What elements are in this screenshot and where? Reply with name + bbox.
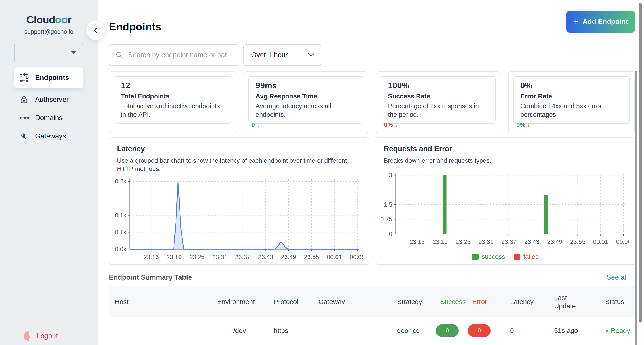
logout-label: Logout	[37, 332, 58, 340]
svg-text:23:55: 23:55	[304, 254, 319, 260]
lock-icon	[19, 95, 29, 105]
table-heading: Endpoint Summary Table	[109, 273, 192, 281]
endpoints-icon	[19, 73, 29, 83]
cell-environment: /dev	[211, 326, 268, 335]
legend-item-success: success	[472, 253, 505, 260]
sidebar-item-gateways[interactable]: Gateways	[14, 127, 83, 145]
plus-icon: +	[573, 18, 578, 26]
time-range-select[interactable]: Over 1 hour	[243, 44, 321, 66]
stat-card-error-rate: 0% Error Rate Combined 4xx and 5xx error…	[508, 71, 635, 134]
svg-text:23:13: 23:13	[144, 254, 159, 260]
stat-card-total-endpoints: 12 Total Endpoints Total active and inac…	[109, 71, 236, 134]
account-email: support@gocno.io	[0, 29, 98, 35]
content-scrollbar[interactable]	[634, 71, 636, 345]
svg-text:23:31: 23:31	[212, 254, 228, 260]
workspace-select[interactable]	[14, 43, 83, 62]
col-header-latency: Latency	[504, 297, 548, 306]
stat-label: Success Rate	[388, 93, 488, 100]
sidebar: Cloudoor support@gocno.io E	[0, 0, 98, 345]
search-icon	[115, 51, 124, 59]
see-all-link[interactable]: See all	[606, 273, 628, 281]
svg-text:23:25: 23:25	[190, 254, 204, 260]
chart-legend: success failed	[376, 253, 635, 260]
svg-text:00:06: 00:06	[350, 254, 363, 260]
svg-text:23:55: 23:55	[570, 238, 586, 245]
status-label: Ready	[611, 326, 630, 335]
cell-status: ● Ready	[599, 326, 634, 335]
sidebar-item-authserver[interactable]: Authserver	[14, 91, 83, 109]
col-header-status: Status	[599, 297, 634, 306]
svg-text:3: 3	[389, 172, 392, 179]
window-scrollbar-track	[638, 0, 644, 345]
chart-title: Requests and Error	[384, 145, 635, 153]
stat-card-avg-response: 99ms Avg Response Time Average latency a…	[244, 71, 368, 134]
search-input[interactable]	[128, 51, 234, 59]
chart-title: Latency	[117, 145, 369, 153]
error-count-badge: 0	[468, 324, 490, 337]
table-row[interactable]: /dev https door-cd 0 0 0 51s ago ● Ready	[109, 317, 634, 344]
svg-text:23:31: 23:31	[478, 238, 494, 245]
logo-text: Cloud	[26, 14, 55, 26]
stat-description: Average latency across all endpoints.	[256, 102, 356, 119]
status-dot-icon: ●	[605, 328, 608, 333]
stat-label: Avg Response Time	[256, 93, 356, 100]
svg-text:1.5: 1.5	[384, 201, 392, 208]
latency-chart-card: Latency Use a grouped bar chart to show …	[109, 137, 369, 265]
latency-chart: 23:1323:1923:2523:3123:3723:4323:4923:55…	[112, 177, 363, 262]
requests-chart-card: Requests and Error Breaks down error and…	[376, 137, 636, 265]
svg-text:0.2k: 0.2k	[115, 178, 126, 185]
svg-text:23:49: 23:49	[281, 254, 296, 260]
sidebar-item-endpoints[interactable]: Endpoints	[14, 67, 83, 88]
stat-delta: 0 ↓	[252, 121, 260, 128]
stat-value: 12	[121, 81, 224, 90]
svg-text:00:01: 00:01	[327, 254, 342, 260]
cell-success: 0	[434, 324, 466, 337]
col-header-gateway: Gateway	[312, 297, 391, 306]
sidebar-item-label: Domains	[35, 114, 62, 122]
chevron-left-icon	[92, 26, 100, 35]
chart-description: Breaks down error and requests types.	[384, 157, 618, 165]
svg-text:23:43: 23:43	[524, 238, 540, 245]
legend-item-failed: failed	[514, 253, 539, 260]
logout-button[interactable]: → Logout	[24, 331, 58, 341]
app-window: Cloudoor support@gocno.io E	[0, 0, 644, 345]
stat-description: Combined 4xx and 5xx error percentages	[520, 102, 623, 119]
logo: Cloudoor	[0, 14, 98, 26]
add-endpoint-button[interactable]: + Add Endpoint	[566, 11, 635, 33]
svg-text:23:13: 23:13	[410, 238, 425, 245]
svg-text:23:19: 23:19	[432, 238, 448, 245]
requests-chart: 23:1323:1923:2523:3123:3723:4323:4923:55…	[380, 172, 629, 247]
cell-strategy: door-cd	[391, 326, 434, 335]
stat-label: Total Endpoints	[121, 93, 224, 100]
stat-label: Error Rate	[520, 93, 623, 100]
cell-last-update: 51s ago	[548, 326, 599, 335]
cell-protocol: https	[268, 326, 312, 335]
add-endpoint-label: Add Endpoint	[582, 18, 628, 26]
svg-text:23:37: 23:37	[235, 254, 250, 260]
window-scrollbar-thumb[interactable]	[639, 3, 642, 323]
logo-accent-1: o	[55, 14, 61, 26]
svg-text:23:49: 23:49	[547, 238, 562, 245]
col-header-protocol: Protocol	[268, 297, 312, 306]
svg-text:23:25: 23:25	[456, 238, 471, 245]
svg-text:0: 0	[389, 231, 392, 237]
sidebar-item-domains[interactable]: .com Domains	[14, 109, 83, 127]
caret-down-icon	[71, 51, 76, 57]
svg-text:0.1k: 0.1k	[115, 229, 126, 236]
cell-latency: 0	[504, 326, 548, 335]
sidebar-item-label: Endpoints	[35, 74, 69, 82]
endpoint-search	[109, 44, 240, 66]
logo-accent-2: o	[61, 14, 68, 26]
page-title: Endpoints	[109, 21, 162, 33]
col-header-success: Success	[434, 297, 466, 306]
chevron-down-icon	[308, 52, 314, 58]
col-header-error: Error	[466, 297, 504, 306]
svg-text:0.0k: 0.0k	[115, 246, 126, 253]
sidebar-collapse-button[interactable]	[86, 20, 106, 40]
col-header-strategy: Strategy	[391, 297, 434, 306]
logout-icon: →	[24, 331, 35, 341]
logo-text-end: r	[68, 14, 71, 26]
svg-text:0.1k: 0.1k	[115, 212, 126, 219]
cell-error: 0	[466, 324, 504, 337]
svg-text:00:06: 00:06	[616, 238, 629, 245]
